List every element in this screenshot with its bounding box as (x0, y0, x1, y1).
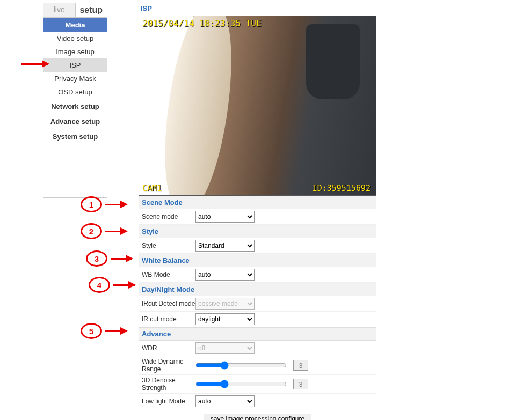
sidebar-group-network[interactable]: Network setup (43, 99, 107, 114)
view-tabs: live setup (43, 3, 107, 18)
wb-mode-select[interactable]: auto (195, 269, 255, 281)
group-header-style: Style (139, 225, 376, 238)
save-button[interactable]: save image processing configure (204, 414, 311, 420)
group-header-advance: Advance (139, 327, 376, 341)
denoise-slider[interactable] (195, 380, 287, 388)
preview-cam-label: CAM1 (142, 183, 162, 193)
annotation-5: 5 (81, 323, 127, 339)
page-title: ISP (139, 0, 386, 16)
annotation-4: 4 (89, 277, 135, 293)
preview-timestamp: 2015/04/14 18:23:35 TUE (142, 18, 262, 28)
wdr-range-label: Wide Dynamic Range (142, 358, 195, 373)
ircut-detect-select: possive mode (195, 298, 255, 310)
sidebar-item-osd-setup[interactable]: OSD setup (43, 85, 107, 99)
denoise-value: 3 (293, 379, 308, 389)
sidebar-group-advance[interactable]: Advance setup (43, 114, 107, 129)
settings-panel: Scene Mode Scene mode auto Style Style S… (139, 196, 376, 420)
group-header-wb: White Balance (139, 254, 376, 267)
sidebar-item-image-setup[interactable]: Image setup (43, 45, 107, 58)
scene-mode-label: Scene mode (142, 213, 195, 220)
ircut-mode-select[interactable]: daylight (195, 313, 255, 325)
scene-mode-select[interactable]: auto (195, 211, 255, 223)
wdr-range-slider[interactable] (195, 361, 287, 370)
group-header-daynight: Day/Night Mode (139, 283, 376, 296)
annotation-2: 2 (81, 223, 127, 239)
tab-live[interactable]: live (43, 3, 76, 17)
wdr-select: off (195, 342, 255, 354)
tab-setup[interactable]: setup (76, 3, 107, 17)
video-preview: 2015/04/14 18:23:35 TUE CAM1 ID:35951569… (139, 16, 376, 196)
main-content: ISP 2015/04/14 18:23:35 TUE CAM1 ID:3595… (139, 0, 386, 420)
lowlight-label: Low light Mode (142, 397, 195, 405)
media-header: Media (43, 18, 107, 32)
ircut-mode-label: IR cut mode (142, 315, 195, 323)
style-select[interactable]: Standard (195, 240, 255, 252)
sidebar-group-system[interactable]: System setup (43, 129, 107, 144)
wdr-label: WDR (142, 344, 195, 352)
sidebar: live setup Media Video setup Image setup… (43, 3, 107, 198)
preview-id-label: ID:359515692 (313, 183, 371, 193)
ircut-detect-label: IRcut Detect mode (142, 300, 195, 307)
denoise-label: 3D Denoise Strength (142, 377, 195, 392)
sidebar-item-isp[interactable]: ISP (43, 58, 107, 72)
sidebar-item-privacy-mask[interactable]: Privacy Mask (43, 72, 107, 85)
wdr-range-value: 3 (293, 360, 308, 371)
group-header-scene: Scene Mode (139, 196, 376, 209)
wb-mode-label: WB Mode (142, 271, 195, 278)
lowlight-select[interactable]: auto (195, 395, 255, 407)
style-label: Style (142, 242, 195, 249)
annotation-1: 1 (81, 196, 127, 212)
annotation-3: 3 (86, 250, 132, 267)
sidebar-item-video-setup[interactable]: Video setup (43, 32, 107, 45)
